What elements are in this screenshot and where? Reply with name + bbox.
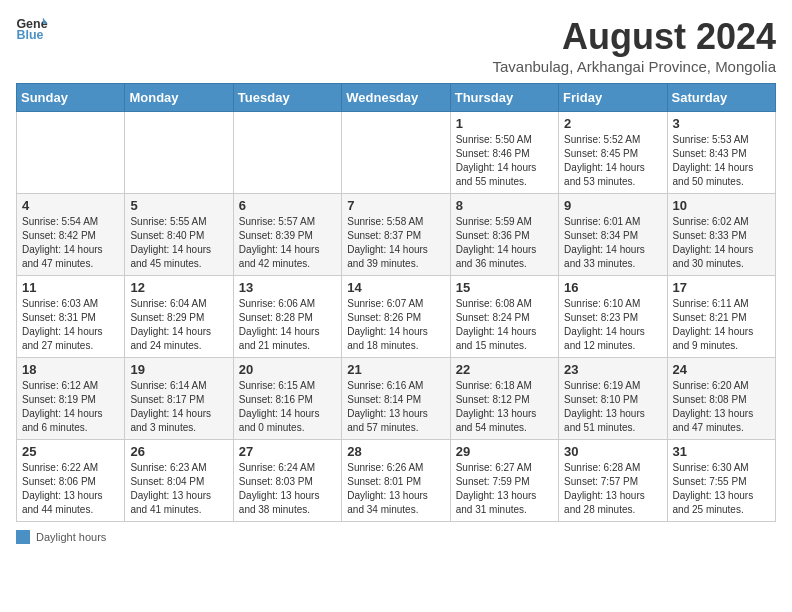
calendar-cell [125,112,233,194]
month-year-title: August 2024 [492,16,776,58]
day-of-week-header: Wednesday [342,84,450,112]
calendar-cell: 8Sunrise: 5:59 AM Sunset: 8:36 PM Daylig… [450,194,558,276]
calendar-week-row: 1Sunrise: 5:50 AM Sunset: 8:46 PM Daylig… [17,112,776,194]
logo-icon: General Blue [16,16,48,44]
header: General Blue August 2024 Tavanbulag, Ark… [16,16,776,75]
day-info: Sunrise: 6:28 AM Sunset: 7:57 PM Dayligh… [564,461,661,517]
calendar-cell: 3Sunrise: 5:53 AM Sunset: 8:43 PM Daylig… [667,112,775,194]
day-info: Sunrise: 6:06 AM Sunset: 8:28 PM Dayligh… [239,297,336,353]
day-info: Sunrise: 6:23 AM Sunset: 8:04 PM Dayligh… [130,461,227,517]
calendar-cell: 23Sunrise: 6:19 AM Sunset: 8:10 PM Dayli… [559,358,667,440]
legend-label: Daylight hours [36,531,106,543]
day-info: Sunrise: 6:18 AM Sunset: 8:12 PM Dayligh… [456,379,553,435]
day-number: 18 [22,362,119,377]
day-of-week-header: Friday [559,84,667,112]
day-info: Sunrise: 5:55 AM Sunset: 8:40 PM Dayligh… [130,215,227,271]
day-of-week-header: Tuesday [233,84,341,112]
location-subtitle: Tavanbulag, Arkhangai Province, Mongolia [492,58,776,75]
calendar-cell: 24Sunrise: 6:20 AM Sunset: 8:08 PM Dayli… [667,358,775,440]
day-number: 14 [347,280,444,295]
day-info: Sunrise: 6:22 AM Sunset: 8:06 PM Dayligh… [22,461,119,517]
calendar-cell [17,112,125,194]
title-area: August 2024 Tavanbulag, Arkhangai Provin… [492,16,776,75]
day-info: Sunrise: 5:57 AM Sunset: 8:39 PM Dayligh… [239,215,336,271]
calendar-cell [342,112,450,194]
calendar-cell: 10Sunrise: 6:02 AM Sunset: 8:33 PM Dayli… [667,194,775,276]
day-number: 6 [239,198,336,213]
day-info: Sunrise: 5:54 AM Sunset: 8:42 PM Dayligh… [22,215,119,271]
day-number: 1 [456,116,553,131]
day-number: 15 [456,280,553,295]
calendar-cell: 29Sunrise: 6:27 AM Sunset: 7:59 PM Dayli… [450,440,558,522]
day-info: Sunrise: 6:10 AM Sunset: 8:23 PM Dayligh… [564,297,661,353]
day-of-week-header: Sunday [17,84,125,112]
day-number: 31 [673,444,770,459]
day-info: Sunrise: 6:04 AM Sunset: 8:29 PM Dayligh… [130,297,227,353]
calendar-cell: 31Sunrise: 6:30 AM Sunset: 7:55 PM Dayli… [667,440,775,522]
calendar-week-row: 18Sunrise: 6:12 AM Sunset: 8:19 PM Dayli… [17,358,776,440]
calendar-cell: 22Sunrise: 6:18 AM Sunset: 8:12 PM Dayli… [450,358,558,440]
calendar-cell: 2Sunrise: 5:52 AM Sunset: 8:45 PM Daylig… [559,112,667,194]
day-number: 25 [22,444,119,459]
calendar-cell: 9Sunrise: 6:01 AM Sunset: 8:34 PM Daylig… [559,194,667,276]
calendar-week-row: 4Sunrise: 5:54 AM Sunset: 8:42 PM Daylig… [17,194,776,276]
calendar-cell: 6Sunrise: 5:57 AM Sunset: 8:39 PM Daylig… [233,194,341,276]
day-number: 7 [347,198,444,213]
day-number: 2 [564,116,661,131]
day-number: 19 [130,362,227,377]
calendar-cell: 12Sunrise: 6:04 AM Sunset: 8:29 PM Dayli… [125,276,233,358]
calendar-cell: 28Sunrise: 6:26 AM Sunset: 8:01 PM Dayli… [342,440,450,522]
calendar-body: 1Sunrise: 5:50 AM Sunset: 8:46 PM Daylig… [17,112,776,522]
day-number: 30 [564,444,661,459]
day-info: Sunrise: 6:11 AM Sunset: 8:21 PM Dayligh… [673,297,770,353]
calendar-cell: 14Sunrise: 6:07 AM Sunset: 8:26 PM Dayli… [342,276,450,358]
day-number: 9 [564,198,661,213]
day-info: Sunrise: 6:07 AM Sunset: 8:26 PM Dayligh… [347,297,444,353]
calendar-cell: 13Sunrise: 6:06 AM Sunset: 8:28 PM Dayli… [233,276,341,358]
calendar-cell: 19Sunrise: 6:14 AM Sunset: 8:17 PM Dayli… [125,358,233,440]
day-number: 28 [347,444,444,459]
day-info: Sunrise: 6:15 AM Sunset: 8:16 PM Dayligh… [239,379,336,435]
day-of-week-header: Thursday [450,84,558,112]
day-number: 26 [130,444,227,459]
day-number: 5 [130,198,227,213]
legend-color-box [16,530,30,544]
calendar-cell: 27Sunrise: 6:24 AM Sunset: 8:03 PM Dayli… [233,440,341,522]
calendar-header: SundayMondayTuesdayWednesdayThursdayFrid… [17,84,776,112]
day-number: 8 [456,198,553,213]
day-info: Sunrise: 5:58 AM Sunset: 8:37 PM Dayligh… [347,215,444,271]
day-number: 13 [239,280,336,295]
calendar-cell: 11Sunrise: 6:03 AM Sunset: 8:31 PM Dayli… [17,276,125,358]
calendar-cell: 20Sunrise: 6:15 AM Sunset: 8:16 PM Dayli… [233,358,341,440]
day-info: Sunrise: 6:02 AM Sunset: 8:33 PM Dayligh… [673,215,770,271]
day-info: Sunrise: 6:27 AM Sunset: 7:59 PM Dayligh… [456,461,553,517]
calendar-cell: 25Sunrise: 6:22 AM Sunset: 8:06 PM Dayli… [17,440,125,522]
calendar-cell: 18Sunrise: 6:12 AM Sunset: 8:19 PM Dayli… [17,358,125,440]
day-info: Sunrise: 5:52 AM Sunset: 8:45 PM Dayligh… [564,133,661,189]
calendar-week-row: 11Sunrise: 6:03 AM Sunset: 8:31 PM Dayli… [17,276,776,358]
calendar-cell: 5Sunrise: 5:55 AM Sunset: 8:40 PM Daylig… [125,194,233,276]
day-info: Sunrise: 6:08 AM Sunset: 8:24 PM Dayligh… [456,297,553,353]
day-number: 20 [239,362,336,377]
day-info: Sunrise: 5:50 AM Sunset: 8:46 PM Dayligh… [456,133,553,189]
day-info: Sunrise: 6:14 AM Sunset: 8:17 PM Dayligh… [130,379,227,435]
day-info: Sunrise: 6:30 AM Sunset: 7:55 PM Dayligh… [673,461,770,517]
day-info: Sunrise: 6:16 AM Sunset: 8:14 PM Dayligh… [347,379,444,435]
day-info: Sunrise: 6:03 AM Sunset: 8:31 PM Dayligh… [22,297,119,353]
svg-text:Blue: Blue [16,28,43,42]
calendar-cell: 17Sunrise: 6:11 AM Sunset: 8:21 PM Dayli… [667,276,775,358]
calendar-cell: 16Sunrise: 6:10 AM Sunset: 8:23 PM Dayli… [559,276,667,358]
day-info: Sunrise: 5:59 AM Sunset: 8:36 PM Dayligh… [456,215,553,271]
calendar-cell: 30Sunrise: 6:28 AM Sunset: 7:57 PM Dayli… [559,440,667,522]
day-of-week-header: Monday [125,84,233,112]
day-number: 10 [673,198,770,213]
day-info: Sunrise: 6:12 AM Sunset: 8:19 PM Dayligh… [22,379,119,435]
day-info: Sunrise: 6:19 AM Sunset: 8:10 PM Dayligh… [564,379,661,435]
calendar-cell: 15Sunrise: 6:08 AM Sunset: 8:24 PM Dayli… [450,276,558,358]
calendar-cell: 4Sunrise: 5:54 AM Sunset: 8:42 PM Daylig… [17,194,125,276]
calendar-week-row: 25Sunrise: 6:22 AM Sunset: 8:06 PM Dayli… [17,440,776,522]
calendar-cell: 7Sunrise: 5:58 AM Sunset: 8:37 PM Daylig… [342,194,450,276]
legend-area: Daylight hours [16,530,776,544]
day-number: 22 [456,362,553,377]
calendar-cell: 26Sunrise: 6:23 AM Sunset: 8:04 PM Dayli… [125,440,233,522]
